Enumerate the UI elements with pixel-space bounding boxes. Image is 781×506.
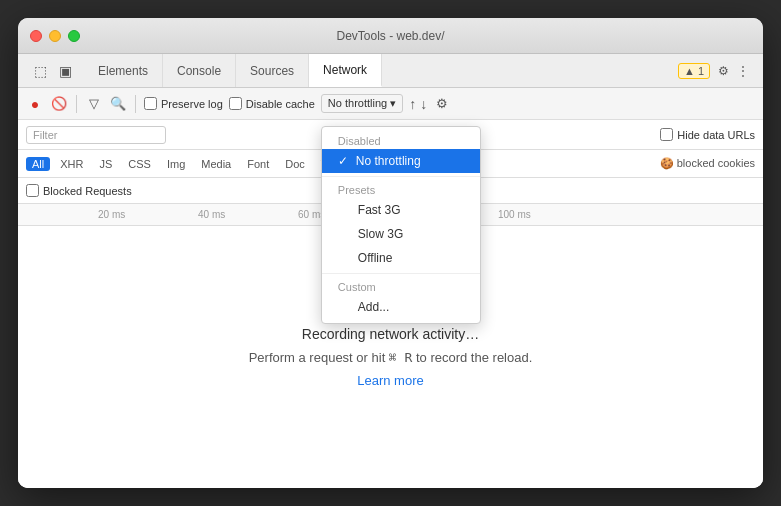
filter-input[interactable] (26, 126, 166, 144)
type-css-button[interactable]: CSS (122, 157, 157, 171)
minimize-button[interactable] (49, 30, 61, 42)
stop-button[interactable]: 🚫 (50, 95, 68, 113)
no-throttling-item[interactable]: ✓ No throttling (322, 149, 480, 173)
traffic-lights (30, 30, 80, 42)
throttle-dropdown: Disabled ✓ No throttling Presets Fast 3G… (321, 126, 481, 324)
recording-subtext: Perform a request or hit ⌘ R to record t… (249, 350, 533, 365)
slow3g-item[interactable]: Slow 3G (322, 222, 480, 246)
learn-more-link[interactable]: Learn more (357, 373, 423, 388)
preserve-log-checkbox[interactable] (144, 97, 157, 110)
tab-network[interactable]: Network (309, 54, 382, 87)
add-item[interactable]: Add... (322, 295, 480, 319)
blocked-requests-checkbox[interactable] (26, 184, 39, 197)
record-button[interactable]: ● (26, 95, 44, 113)
tabs-right: ▲ 1 ⚙ ⋮ (668, 63, 759, 79)
disable-cache-label[interactable]: Disable cache (229, 97, 315, 110)
tab-sources[interactable]: Sources (236, 54, 309, 87)
dropdown-sep1 (322, 176, 480, 177)
type-img-button[interactable]: Img (161, 157, 191, 171)
cursor-icon[interactable]: ⬚ (30, 61, 51, 81)
upload-download-controls: ↑ ↓ (409, 96, 427, 112)
maximize-button[interactable] (68, 30, 80, 42)
close-button[interactable] (30, 30, 42, 42)
hide-data-checkbox[interactable] (660, 128, 673, 141)
more-icon[interactable]: ⋮ (737, 64, 749, 78)
network-settings-icon[interactable]: ⚙ (433, 95, 451, 113)
type-all-button[interactable]: All (26, 157, 50, 171)
window-title: DevTools - web.dev/ (336, 29, 444, 43)
warning-badge[interactable]: ▲ 1 (678, 63, 710, 79)
panel-icon[interactable]: ▣ (55, 61, 76, 81)
tabs: Elements Console Sources Network (84, 54, 668, 87)
type-doc-button[interactable]: Doc (279, 157, 311, 171)
disabled-section-label: Disabled (322, 131, 480, 149)
type-xhr-button[interactable]: XHR (54, 157, 89, 171)
tab-console[interactable]: Console (163, 54, 236, 87)
check-icon: ✓ (338, 154, 348, 168)
dropdown-sep2 (322, 273, 480, 274)
type-js-button[interactable]: JS (93, 157, 118, 171)
separator (76, 95, 77, 113)
tick-20ms: 20 ms (98, 209, 125, 220)
custom-section-label: Custom (322, 277, 480, 295)
tick-40ms: 40 ms (198, 209, 225, 220)
recording-text: Recording network activity… (302, 326, 479, 342)
filter-icon[interactable]: ▽ (85, 95, 103, 113)
tab-elements[interactable]: Elements (84, 54, 163, 87)
titlebar: DevTools - web.dev/ (18, 18, 763, 54)
devtools-body: ⬚ ▣ Elements Console Sources Network ▲ 1… (18, 54, 763, 488)
type-media-button[interactable]: Media (195, 157, 237, 171)
hide-data-label[interactable]: Hide data URLs (660, 128, 755, 141)
type-font-button[interactable]: Font (241, 157, 275, 171)
separator2 (135, 95, 136, 113)
throttle-dropdown-container: No throttling ▾ Disabled ✓ No throttling… (321, 94, 403, 113)
preserve-log-label[interactable]: Preserve log (144, 97, 223, 110)
throttle-button[interactable]: No throttling ▾ (321, 94, 403, 113)
fast3g-item[interactable]: Fast 3G (322, 198, 480, 222)
blocked-cookies-label: 🍪 blocked cookies (660, 157, 755, 170)
offline-item[interactable]: Offline (322, 246, 480, 270)
download-icon[interactable]: ↓ (420, 96, 427, 112)
disable-cache-checkbox[interactable] (229, 97, 242, 110)
tab-icons: ⬚ ▣ (22, 61, 84, 81)
settings-icon[interactable]: ⚙ (718, 64, 729, 78)
presets-section-label: Presets (322, 180, 480, 198)
network-toolbar: ● 🚫 ▽ 🔍 Preserve log Disable cache No th… (18, 88, 763, 120)
devtools-window: DevTools - web.dev/ ⬚ ▣ Elements Console… (18, 18, 763, 488)
search-icon[interactable]: 🔍 (109, 95, 127, 113)
tick-100ms: 100 ms (498, 209, 531, 220)
tabs-bar: ⬚ ▣ Elements Console Sources Network ▲ 1… (18, 54, 763, 88)
upload-icon[interactable]: ↑ (409, 96, 416, 112)
blocked-requests-label[interactable]: Blocked Requests (26, 184, 132, 197)
